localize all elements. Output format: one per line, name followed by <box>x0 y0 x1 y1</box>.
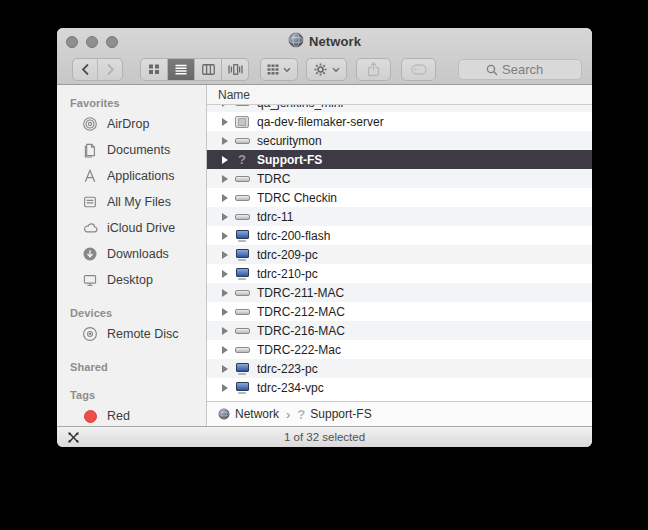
list-row-qa-dev-filemaker-server[interactable]: qa-dev-filemaker-server <box>207 112 592 131</box>
disclosure-triangle-icon[interactable] <box>217 137 233 145</box>
chevron-right-icon <box>106 63 115 76</box>
list-row-label: Support-FS <box>257 153 322 167</box>
disclosure-triangle-icon[interactable] <box>217 156 233 164</box>
file-list[interactable]: qa_jenkins_miniqa-dev-filemaker-serverse… <box>207 105 592 401</box>
list-row-tdrc-216-mac[interactable]: TDRC-216-MAC <box>207 321 592 340</box>
disclosure-triangle-icon[interactable] <box>217 232 233 240</box>
list-row-label: qa_jenkins_mini <box>257 105 343 110</box>
sidebar-item-icloud-drive[interactable]: iCloud Drive <box>57 215 206 241</box>
forward-button[interactable] <box>98 59 122 80</box>
chevron-left-icon <box>81 63 90 76</box>
list-row-tdrc-212-mac[interactable]: TDRC-212-MAC <box>207 302 592 321</box>
back-button[interactable] <box>73 59 98 80</box>
search-input[interactable] <box>502 62 554 77</box>
desktop-icon <box>81 271 99 289</box>
column-header-label: Name <box>218 88 250 102</box>
list-row-support-fs[interactable]: ?Support-FS <box>207 150 592 169</box>
sidebar-section-label: Shared <box>57 359 206 375</box>
path-separator: › <box>286 407 290 422</box>
disclosure-triangle-icon[interactable] <box>217 365 233 373</box>
sidebar-item-airdrop[interactable]: AirDrop <box>57 111 206 137</box>
airdrop-icon <box>81 115 99 133</box>
list-row-tdrc-11[interactable]: tdrc-11 <box>207 207 592 226</box>
path-item-network[interactable]: Network <box>218 407 279 421</box>
disclosure-triangle-icon[interactable] <box>217 289 233 297</box>
action-menu-button[interactable] <box>306 58 347 81</box>
icon-view-button[interactable] <box>141 59 168 80</box>
disclosure-triangle-icon[interactable] <box>217 327 233 335</box>
list-view-icon <box>175 64 187 75</box>
column-header-name[interactable]: Name <box>207 85 592 105</box>
window-title: Network <box>288 32 361 52</box>
sidebar-item-label: Downloads <box>107 247 169 261</box>
disclosure-triangle-icon[interactable] <box>217 105 233 107</box>
minimize-button[interactable] <box>86 36 98 48</box>
sidebar-item-desktop[interactable]: Desktop <box>57 267 206 293</box>
share-icon <box>367 62 380 77</box>
search-field[interactable] <box>458 59 582 80</box>
resize-x-icon[interactable] <box>66 430 80 444</box>
list-row-tdrc-210-pc[interactable]: tdrc-210-pc <box>207 264 592 283</box>
disclosure-triangle-icon[interactable] <box>217 175 233 183</box>
list-row-qa-jenkins-mini[interactable]: qa_jenkins_mini <box>207 105 592 112</box>
disclosure-triangle-icon[interactable] <box>217 308 233 316</box>
column-view-button[interactable] <box>195 59 222 80</box>
arrange-grid-icon <box>267 64 279 75</box>
sidebar-item-red[interactable]: Red <box>57 403 206 426</box>
list-row-label: tdrc-11 <box>257 210 293 224</box>
disclosure-triangle-icon[interactable] <box>217 118 233 126</box>
list-row-label: tdrc-209-pc <box>257 248 318 262</box>
pc-icon <box>233 247 251 263</box>
share-button[interactable] <box>356 58 391 81</box>
list-row-label: TDRC-212-MAC <box>257 305 345 319</box>
list-row-tdrc-200-flash[interactable]: tdrc-200-flash <box>207 226 592 245</box>
icon-view-icon <box>148 64 160 75</box>
sidebar-item-label: iCloud Drive <box>107 221 175 235</box>
titlebar[interactable]: Network <box>57 28 592 55</box>
list-row-securitymon[interactable]: securitymon <box>207 131 592 150</box>
coverflow-view-button[interactable] <box>222 59 248 80</box>
close-button[interactable] <box>66 36 78 48</box>
list-row-tdrc[interactable]: TDRC <box>207 169 592 188</box>
sidebar-item-label: Documents <box>107 143 170 157</box>
list-row-label: tdrc-223-pc <box>257 362 318 376</box>
disclosure-triangle-icon[interactable] <box>217 194 233 202</box>
tag-icon <box>411 64 427 75</box>
sidebar-section-shared: Shared <box>57 359 206 375</box>
sidebar-item-applications[interactable]: Applications <box>57 163 206 189</box>
disclosure-triangle-icon[interactable] <box>217 384 233 392</box>
server-flat-icon <box>233 171 251 187</box>
disclosure-triangle-icon[interactable] <box>217 251 233 259</box>
zoom-button[interactable] <box>106 36 118 48</box>
sidebar-item-all-my-files[interactable]: All My Files <box>57 189 206 215</box>
list-row-tdrc-223-pc[interactable]: tdrc-223-pc <box>207 359 592 378</box>
sidebar-section-devices: DevicesRemote Disc <box>57 305 206 347</box>
sidebar-item-documents[interactable]: Documents <box>57 137 206 163</box>
list-row-tdrc-checkin[interactable]: TDRC Checkin <box>207 188 592 207</box>
tag-button[interactable] <box>401 58 436 81</box>
documents-icon <box>81 141 99 159</box>
disclosure-triangle-icon[interactable] <box>217 213 233 221</box>
sidebar-item-remote-disc[interactable]: Remote Disc <box>57 321 206 347</box>
disclosure-triangle-icon[interactable] <box>217 346 233 354</box>
content-pane: Name qa_jenkins_miniqa-dev-filemaker-ser… <box>207 85 592 426</box>
server-flat-icon <box>233 190 251 206</box>
back-forward-group <box>72 58 123 81</box>
sidebar-section-label: Devices <box>57 305 206 321</box>
coverflow-view-icon <box>228 64 243 75</box>
disclosure-triangle-icon[interactable] <box>217 270 233 278</box>
list-view-button[interactable] <box>168 59 195 80</box>
status-text: 1 of 32 selected <box>284 431 365 443</box>
server-flat-icon <box>233 133 251 149</box>
list-row-tdrc-209-pc[interactable]: tdrc-209-pc <box>207 245 592 264</box>
list-row-tdrc-234-vpc[interactable]: tdrc-234-vpc <box>207 378 592 397</box>
server-flat-icon <box>233 209 251 225</box>
sidebar-item-downloads[interactable]: Downloads <box>57 241 206 267</box>
path-item-support-fs[interactable]: ?Support-FS <box>297 407 371 421</box>
list-row-tdrc-211-mac[interactable]: TDRC-211-MAC <box>207 283 592 302</box>
list-row-tdrc-222-mac[interactable]: TDRC-222-Mac <box>207 340 592 359</box>
sidebar-item-label: AirDrop <box>107 117 149 131</box>
question-icon: ? <box>297 408 305 421</box>
pc-icon <box>233 361 251 377</box>
arrange-menu-button[interactable] <box>260 58 298 81</box>
